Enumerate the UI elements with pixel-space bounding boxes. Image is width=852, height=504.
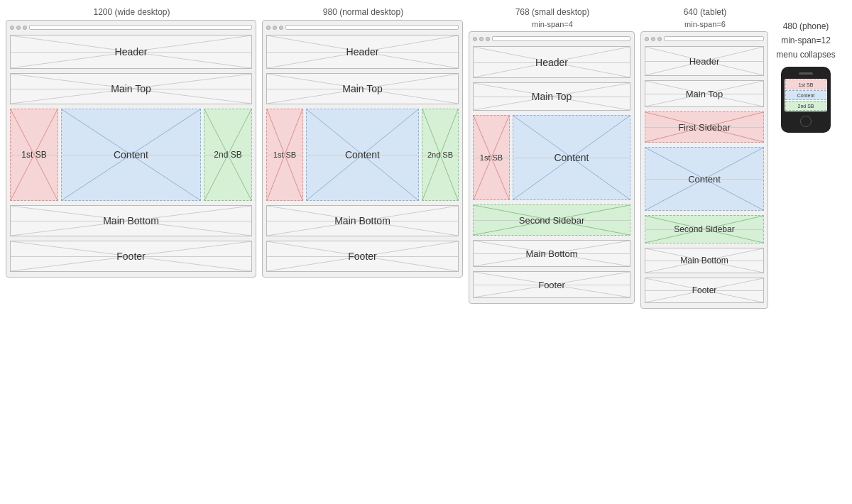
layout-1200-label: 1200 (wide desktop) xyxy=(6,7,258,17)
layout-640-label: 640 (tablet) xyxy=(640,7,770,17)
phone-bar-sidebar1: 1st SB xyxy=(785,80,826,89)
sidebar1-1200: 1st SB xyxy=(10,109,58,201)
main-bottom-980: Main Bottom xyxy=(266,205,459,236)
header-980: Header xyxy=(266,35,459,69)
browser-dot xyxy=(266,26,271,30)
phone-title: 480 (phone) xyxy=(783,21,829,31)
phone-frame: 1st SB Content 2nd SB xyxy=(781,67,831,133)
phone-bar-content: Content xyxy=(785,90,826,100)
phone-home-button xyxy=(800,116,812,127)
browser-dot xyxy=(10,26,14,30)
footer-640: Footer xyxy=(645,278,764,303)
layout-980-label: 980 (normal desktop) xyxy=(262,7,464,17)
sidebar2-1200: 2nd SB xyxy=(204,109,252,201)
layout-640: 640 (tablet) min-span=6 Header Main Top … xyxy=(640,7,770,309)
main-top-1200: Main Top xyxy=(10,73,252,104)
footer-1200: Footer xyxy=(10,241,252,272)
main-top-980: Main Top xyxy=(266,73,459,104)
footer-768: Footer xyxy=(473,271,630,298)
browser-dot xyxy=(279,26,283,30)
content-row-1200: 1st SB Content 2nd SB xyxy=(10,109,252,201)
content-1200: Content xyxy=(61,109,201,201)
header-768: Header xyxy=(473,46,630,78)
browser-980: Header Main Top 1st SB Content 2nd SB xyxy=(262,20,463,278)
browser-768: Header Main Top 1st SB Content S xyxy=(469,31,635,304)
content-768: Content xyxy=(513,115,630,200)
first-sidebar-640: First Sidebar xyxy=(645,111,764,143)
layout-768-label: 768 (small desktop) xyxy=(469,7,636,17)
phone-section: 480 (phone) min-span=12 menu collapses 1… xyxy=(774,7,838,133)
layout-1200: 1200 (wide desktop) Header Main Top xyxy=(6,7,258,278)
browser-dot xyxy=(23,26,27,30)
content-640: Content xyxy=(645,147,764,211)
browser-chrome-1200 xyxy=(10,25,252,30)
browser-dot xyxy=(657,37,662,41)
browser-chrome-640 xyxy=(645,36,764,41)
browser-chrome-768 xyxy=(473,36,630,41)
browser-dot xyxy=(651,37,655,41)
content-980: Content xyxy=(306,109,419,201)
main-top-640: Main Top xyxy=(645,80,764,107)
phone-speaker xyxy=(799,72,813,75)
browser-address-bar xyxy=(664,36,764,41)
main-bottom-1200: Main Bottom xyxy=(10,205,252,236)
content-row-768: 1st SB Content xyxy=(473,115,630,200)
browser-640: Header Main Top First Sidebar Content Se… xyxy=(640,31,768,309)
header-640: Header xyxy=(645,46,764,76)
layout-768: 768 (small desktop) min-span=4 Header Ma… xyxy=(469,7,636,304)
browser-1200: Header Main Top 1st SB Content 2n xyxy=(6,20,256,278)
layout-768-sublabel: min-span=4 xyxy=(469,20,636,28)
second-sidebar-768: Second Sidebar xyxy=(473,204,630,236)
browser-dot xyxy=(645,37,649,41)
sidebar1-768: 1st SB xyxy=(473,115,510,200)
content-row-980: 1st SB Content 2nd SB xyxy=(266,109,459,201)
browser-dot xyxy=(479,37,484,41)
browser-address-bar xyxy=(29,25,252,30)
second-sidebar-640: Second Sidebar xyxy=(645,215,764,243)
browser-address-bar xyxy=(492,36,630,41)
main-top-768: Main Top xyxy=(473,82,630,111)
phone-subtitle2: menu collapses xyxy=(776,50,835,60)
footer-980: Footer xyxy=(266,241,459,272)
browser-dot xyxy=(486,37,490,41)
main-bottom-768: Main Bottom xyxy=(473,240,630,267)
browser-dot xyxy=(16,26,21,30)
browser-chrome-980 xyxy=(266,25,459,30)
sidebar2-980: 2nd SB xyxy=(422,109,459,201)
layout-640-sublabel: min-span=6 xyxy=(640,20,770,28)
phone-bar-sidebar2: 2nd SB xyxy=(785,101,826,111)
sidebar1-980: 1st SB xyxy=(266,109,303,201)
browser-dot xyxy=(273,26,277,30)
phone-subtitle1: min-span=12 xyxy=(781,35,831,45)
phone-screen: 1st SB Content 2nd SB xyxy=(785,79,827,111)
browser-dot xyxy=(473,37,477,41)
layout-980: 980 (normal desktop) Header Main Top 1st… xyxy=(262,7,464,278)
browser-address-bar xyxy=(285,25,459,30)
main-bottom-640: Main Bottom xyxy=(645,248,764,273)
header-1200: Header xyxy=(10,35,252,69)
